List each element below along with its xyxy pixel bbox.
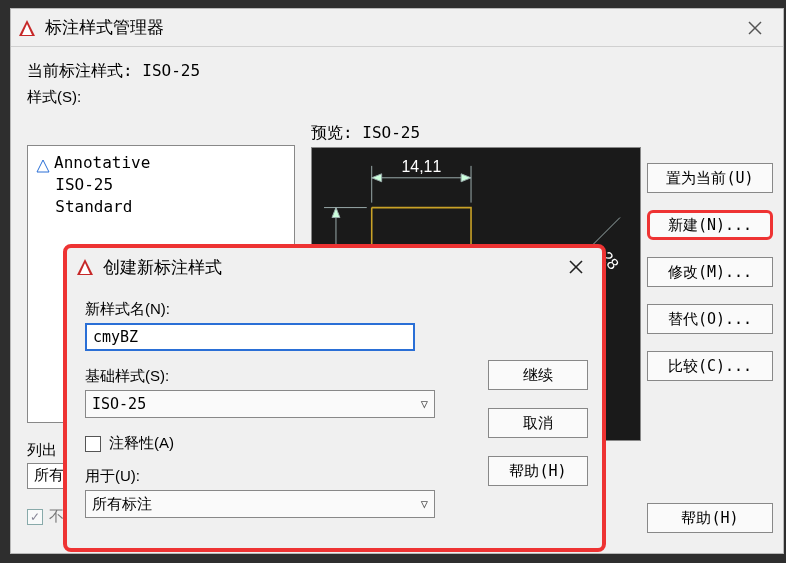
sub-help-button[interactable]: 帮助(H): [488, 456, 588, 486]
current-style-value: ISO-25: [142, 61, 200, 80]
chevron-down-icon: ▽: [421, 497, 428, 511]
checkbox-icon[interactable]: [85, 436, 101, 452]
list-item-label: ISO-25: [55, 175, 113, 194]
base-style-combo[interactable]: ISO-25 ▽: [85, 390, 435, 418]
annotative-label: 注释性(A): [109, 434, 174, 453]
annotative-icon: [36, 157, 50, 171]
dim-top: 14,11: [402, 158, 442, 175]
close-button[interactable]: [733, 9, 777, 46]
sub-titlebar[interactable]: 创建新标注样式: [67, 248, 602, 286]
override-button[interactable]: 替代(O)...: [647, 304, 773, 334]
close-icon: [747, 20, 763, 36]
preview-label: 预览: ISO-25: [311, 123, 420, 144]
set-current-button[interactable]: 置为当前(U): [647, 163, 773, 193]
checkbox-icon[interactable]: ✓: [27, 509, 43, 525]
xref-checkbox-row: ✓ 不: [27, 507, 64, 526]
right-button-column: 置为当前(U) 新建(N)... 修改(M)... 替代(O)... 比较(C)…: [647, 163, 773, 381]
chevron-down-icon: ▽: [421, 397, 428, 411]
current-style-label: 当前标注样式:: [27, 61, 142, 80]
use-for-value: 所有标注: [92, 495, 152, 514]
svg-marker-4: [37, 160, 49, 172]
sub-dialog-title: 创建新标注样式: [103, 256, 222, 279]
new-button[interactable]: 新建(N)...: [647, 210, 773, 240]
list-item-label: Standard: [55, 197, 132, 216]
titlebar[interactable]: 标注样式管理器: [11, 9, 783, 47]
close-icon: [568, 259, 584, 275]
svg-marker-9: [461, 174, 471, 182]
svg-marker-8: [372, 174, 382, 182]
new-name-input[interactable]: [85, 323, 415, 351]
app-icon: [17, 18, 37, 38]
new-name-label: 新样式名(N):: [85, 300, 584, 319]
dialog-title: 标注样式管理器: [45, 16, 164, 39]
list-item[interactable]: ISO-25: [36, 174, 286, 196]
svg-marker-13: [332, 208, 340, 218]
list-item[interactable]: Standard: [36, 196, 286, 218]
sub-dialog-body: 新样式名(N): 基础样式(S): ISO-25 ▽ 注释性(A) 用于(U):…: [67, 286, 602, 548]
list-item-label: Annotative: [54, 153, 150, 172]
list-filter-value: 所有: [34, 466, 64, 484]
cancel-button[interactable]: 取消: [488, 408, 588, 438]
xref-checkbox-label: 不: [49, 507, 64, 526]
list-item[interactable]: Annotative: [36, 152, 286, 174]
sub-close-button[interactable]: [558, 248, 594, 286]
list-filter-label: 列出: [27, 441, 57, 460]
sub-right-buttons: 继续 取消 帮助(H): [488, 360, 588, 486]
styles-label: 样式(S):: [27, 88, 767, 107]
help-button[interactable]: 帮助(H): [647, 503, 773, 533]
compare-button[interactable]: 比较(C)...: [647, 351, 773, 381]
app-icon: [75, 257, 95, 277]
base-style-value: ISO-25: [92, 395, 146, 413]
new-dimstyle-dialog: 创建新标注样式 新样式名(N): 基础样式(S): ISO-25 ▽ 注释性(A…: [63, 244, 606, 552]
modify-button[interactable]: 修改(M)...: [647, 257, 773, 287]
use-for-combo[interactable]: 所有标注 ▽: [85, 490, 435, 518]
continue-button[interactable]: 继续: [488, 360, 588, 390]
